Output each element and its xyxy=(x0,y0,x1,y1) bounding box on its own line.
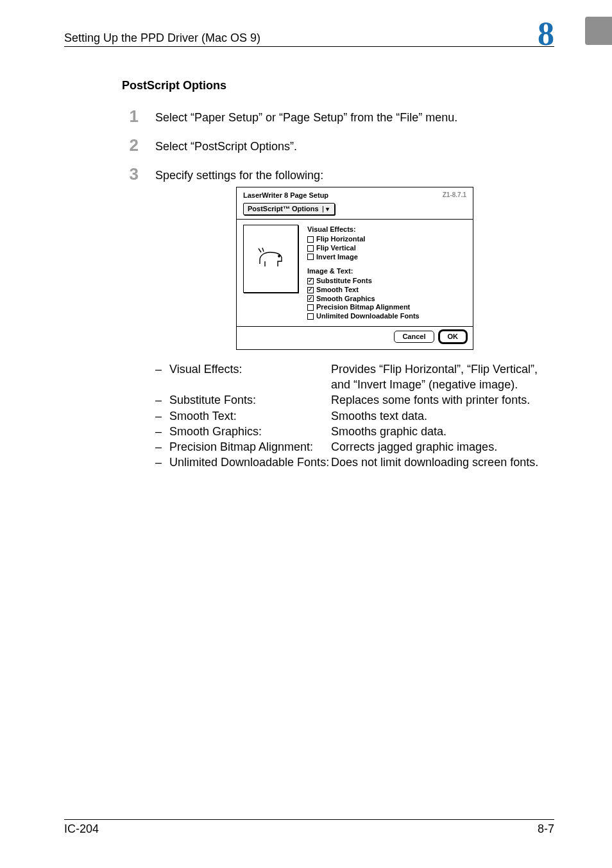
definition-term: Unlimited Downloadable Fonts: xyxy=(169,455,331,470)
step-number: 2 xyxy=(122,137,139,153)
chevron-updown-icon: ▾ xyxy=(323,206,332,213)
substitute-fonts-checkbox[interactable]: ✓Substitute Fonts xyxy=(307,277,466,286)
definition-desc: Does not limit downloading screen fonts. xyxy=(331,455,554,470)
checkbox-label: Unlimited Downloadable Fonts xyxy=(316,312,420,321)
smooth-text-checkbox[interactable]: ✓Smooth Text xyxy=(307,286,466,295)
svg-point-0 xyxy=(278,255,280,256)
footer-right: 8-7 xyxy=(538,822,554,836)
checkbox-icon xyxy=(307,313,314,320)
definition-desc: Smooths graphic data. xyxy=(331,424,554,439)
definition-row: – Substitute Fonts: Replaces some fonts … xyxy=(155,392,554,408)
step-text: Select “Paper Setup” or “Page Setup” fro… xyxy=(155,108,554,125)
dialog-version: Z1-8.7.1 xyxy=(443,191,466,200)
thumb-tab xyxy=(585,17,612,45)
header-title: Setting Up the PPD Driver (Mac OS 9) xyxy=(64,31,260,45)
checkbox-icon xyxy=(307,304,314,311)
unlimited-fonts-checkbox[interactable]: Unlimited Downloadable Fonts xyxy=(307,312,466,321)
checkbox-icon: ✓ xyxy=(307,278,314,284)
ok-button[interactable]: OK xyxy=(439,331,467,343)
cancel-button[interactable]: Cancel xyxy=(394,331,434,343)
definition-desc: Smooths text data. xyxy=(331,408,554,424)
flip-vertical-checkbox[interactable]: Flip Vertical xyxy=(307,244,466,253)
definition-term: Smooth Text: xyxy=(169,408,331,424)
dogcow-icon xyxy=(256,246,285,272)
checkbox-label: Invert Image xyxy=(316,253,358,262)
definition-row: – Precision Bitmap Alignment: Corrects j… xyxy=(155,439,554,455)
step-2: 2 Select “PostScript Options”. xyxy=(122,137,554,154)
checkbox-icon: ✓ xyxy=(307,295,314,302)
checkbox-icon xyxy=(307,254,314,260)
step-text-inner: Specify settings for the following: xyxy=(155,169,323,182)
definition-row: – Smooth Graphics: Smooths graphic data. xyxy=(155,424,554,439)
definition-row: – Smooth Text: Smooths text data. xyxy=(155,408,554,424)
footer-left: IC-204 xyxy=(64,822,99,836)
checkbox-icon: ✓ xyxy=(307,287,314,293)
checkbox-label: Precision Bitmap Alignment xyxy=(316,303,410,312)
visual-effects-label: Visual Effects: xyxy=(307,225,466,234)
checkbox-label: Smooth Graphics xyxy=(316,295,375,304)
definition-row: – Unlimited Downloadable Fonts: Does not… xyxy=(155,455,554,470)
checkbox-label: Flip Vertical xyxy=(316,244,356,253)
definition-term: Precision Bitmap Alignment: xyxy=(169,439,331,455)
definition-term: Substitute Fonts: xyxy=(169,392,331,408)
dialog-title: LaserWriter 8 Page Setup xyxy=(243,191,328,200)
step-text: Specify settings for the following: Lase… xyxy=(155,166,554,471)
precision-bitmap-checkbox[interactable]: Precision Bitmap Alignment xyxy=(307,303,466,312)
step-3: 3 Specify settings for the following: La… xyxy=(122,166,554,471)
image-text-label: Image & Text: xyxy=(307,266,466,276)
invert-image-checkbox[interactable]: Invert Image xyxy=(307,253,466,262)
checkbox-label: Substitute Fonts xyxy=(316,277,372,286)
smooth-graphics-checkbox[interactable]: ✓Smooth Graphics xyxy=(307,295,466,304)
definition-term: Visual Effects: xyxy=(169,361,331,393)
flip-horizontal-checkbox[interactable]: Flip Horizontal xyxy=(307,235,466,244)
definition-term: Smooth Graphics: xyxy=(169,424,331,439)
checkbox-icon xyxy=(307,236,314,243)
step-number: 3 xyxy=(122,166,139,182)
options-popup[interactable]: PostScript™ Options ▾ xyxy=(243,203,335,215)
step-text: Select “PostScript Options”. xyxy=(155,137,554,154)
definition-desc: Corrects jagged graphic images. xyxy=(331,439,554,455)
preview-box xyxy=(243,225,298,293)
checkbox-label: Flip Horizontal xyxy=(316,235,365,244)
chapter-number: 8 xyxy=(538,21,554,48)
checkbox-icon xyxy=(307,245,314,252)
page-footer: IC-204 8-7 xyxy=(64,819,554,836)
step-number: 1 xyxy=(122,108,139,125)
definition-row: – Visual Effects: Provides “Flip Horizon… xyxy=(155,361,554,393)
page-setup-dialog: LaserWriter 8 Page Setup Z1-8.7.1 PostSc… xyxy=(236,187,473,349)
step-1: 1 Select “Paper Setup” or “Page Setup” f… xyxy=(122,108,554,125)
page-header: Setting Up the PPD Driver (Mac OS 9) 8 xyxy=(64,18,554,47)
definition-desc: Replaces some fonts with printer fonts. xyxy=(331,392,554,408)
definitions-list: – Visual Effects: Provides “Flip Horizon… xyxy=(155,361,554,471)
section-title: PostScript Options xyxy=(122,79,554,92)
definition-desc: Provides “Flip Horizontal”, “Flip Vertic… xyxy=(331,361,554,393)
checkbox-label: Smooth Text xyxy=(316,286,359,295)
popup-label: PostScript™ Options xyxy=(246,204,323,214)
